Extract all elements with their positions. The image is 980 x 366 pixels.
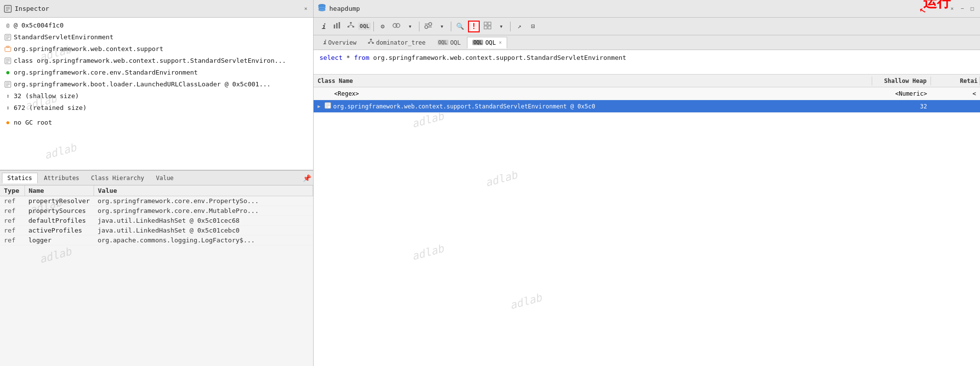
regex-label: <Regex> [334,90,359,97]
toolbar-separator-1 [373,22,374,31]
settings-icon: ⚙ [381,23,385,30]
result-class-icon-1 [324,102,331,110]
minimize-button[interactable]: − [958,5,966,13]
table-row: ref logger org.apache.commons.logging.Lo… [0,235,313,245]
svg-line-27 [348,25,351,26]
gc-icon: ● [4,119,12,127]
cell-type: ref [0,216,24,226]
toolbar-group-button[interactable] [391,21,402,32]
inspector-item-class3: ● org.springframework.core.env.StandardE… [0,67,313,78]
tab-class-hierarchy[interactable]: Class Hierarchy [86,173,149,183]
run-icon: ! [471,22,476,31]
cell-name: propertyResolver [24,196,94,206]
expand-arrow-1: ▶ [318,104,322,109]
tab-attributes[interactable]: Attributes [39,173,85,183]
oql-select-keyword: select [319,54,343,61]
inspector-panel: Inspector × adlab adlab adlab @ @ 0x5c00… [0,0,314,366]
inspector-item-classname: StandardServletEnvironment [0,31,313,43]
toolbar-info-button[interactable]: i [318,21,329,32]
oql-star: * [346,54,354,61]
toolbar-dropdown1-button[interactable]: ▾ [404,21,416,32]
col-header-retained: Retai [931,77,980,85]
svg-line-43 [369,42,371,43]
item-addr-text: @ 0x5c004f1c0 [14,20,64,31]
cell-type: ref [0,235,24,245]
svg-rect-25 [352,26,354,27]
cell-type: ref [0,206,24,216]
regex-row: <Regex> <Numeric> < [314,87,980,100]
toolbar-filter-button[interactable] [422,21,434,32]
tab-value[interactable]: Value [150,173,179,183]
oql-editor[interactable]: select * from org.springframework.web.co… [314,50,980,75]
inspector-item-retained: ↕ 672 (retained size) [0,102,313,114]
svg-line-44 [371,42,373,43]
toolbar-separator-3 [451,22,451,31]
svg-rect-40 [368,42,370,44]
at-icon: @ [4,22,12,29]
watermark-3: adlab [43,141,77,161]
item-class3-text: org.springframework.core.env.StandardEnv… [14,67,198,78]
tab-overview[interactable]: i Overview [318,37,362,49]
svg-rect-35 [484,22,487,25]
table-row: ref activeProfiles java.util.LinkedHashS… [0,226,313,235]
cell-value: java.util.LinkedHashSet @ 0x5c01cec68 [94,216,313,226]
svg-rect-38 [488,26,491,29]
toolbar-dropdown3-button[interactable]: ▾ [495,21,507,32]
svg-rect-24 [347,26,349,27]
svg-line-28 [351,25,353,26]
heapdump-close-button[interactable]: × [949,5,956,12]
toolbar-separator-4 [510,22,511,31]
tab-statics[interactable]: Statics [2,173,38,183]
toolbar-export-button[interactable]: ↗ [514,21,525,32]
results-area: adlab adlab adlab adlab Class Name Shall… [314,75,980,366]
cell-name: logger [24,235,94,245]
inspector-item-addr: @ @ 0x5c004f1c0 [0,20,313,31]
tab-oql2-close[interactable]: × [499,40,502,45]
item-shallow-text: 32 (shallow size) [14,91,79,102]
results-column-headers: Class Name Shallow Heap Retai [314,75,980,87]
heapdump-title: heapdump [329,5,946,12]
toolbar-chart-button[interactable] [331,21,343,32]
inspector-item-class2: class org.springframework.web.context.su… [0,55,313,67]
toolbar-settings-button[interactable]: ⚙ [377,21,389,32]
pin-icon[interactable]: 📌 [303,174,311,182]
inspector-title-bar: Inspector × [0,0,313,18]
inspector-item-loader: org.springframework.boot.loader.Launched… [0,78,313,90]
chart-icon [333,22,341,31]
toolbar-run-button[interactable]: ! [468,21,480,32]
result-row-1[interactable]: ▶ org.springframework.web.context.suppor… [314,100,980,113]
toolbar-dropdown2-button[interactable]: ▾ [436,21,448,32]
svg-rect-36 [488,22,491,25]
item-gc-text: no GC root [14,117,52,128]
tab-oql-1[interactable]: OQL OQL [432,37,466,49]
inspector-item-pkg: org.springframework.web.context.support [0,43,313,55]
tab-oql1-icon: OQL [438,40,448,45]
inspector-content: adlab adlab adlab @ @ 0x5c004f1c0 Standa… [0,18,313,170]
tab-dominator[interactable]: dominator_tree [363,36,431,49]
cell-value: org.apache.commons.logging.LogFactory$..… [94,235,313,245]
oql-class-path: org.springframework.web.context.support.… [373,54,627,61]
item-retained-text: 672 (retained size) [14,103,87,113]
cell-value: org.springframework.core.env.PropertySo.… [94,196,313,206]
inspector-close-button[interactable]: × [302,5,309,12]
toolbar-search-button[interactable]: 🔍 [454,21,466,32]
table-row: ref propertySources org.springframework.… [0,206,313,216]
table-row: ref defaultProfiles java.util.LinkedHash… [0,216,313,226]
toolbar-oql-button[interactable]: OQL [359,21,370,32]
result-shallow-cell-1: 32 [872,102,931,111]
cell-value: java.util.LinkedHashSet @ 0x5c01cebc0 [94,226,313,235]
cell-type: ref [0,196,24,206]
maximize-button[interactable]: □ [968,5,976,13]
toolbar-copy-button[interactable]: ⊡ [527,21,539,32]
group-icon [392,22,400,31]
copy-icon: ⊡ [531,23,535,30]
heapdump-title-bar: heapdump × − □ [314,0,980,18]
tab-oql-2[interactable]: OQL OQL × [467,37,507,49]
toolbar-results-button[interactable] [482,21,493,32]
info-icon: i [321,23,325,30]
toolbar-tree-button[interactable] [345,21,357,32]
result-class-cell-1: ▶ org.springframework.web.context.suppor… [314,101,872,111]
col-header-classname: Class Name [314,77,872,85]
inspector-tab-bar: Statics Attributes Class Hierarchy Value… [0,171,313,185]
table-row: ref propertyResolver org.springframework… [0,196,313,206]
